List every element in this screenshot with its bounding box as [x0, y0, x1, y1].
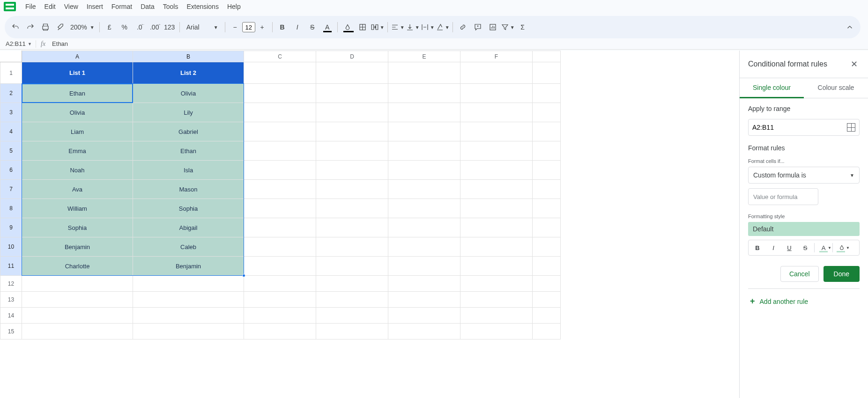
cell-D5[interactable] — [316, 141, 388, 161]
insert-chart-button[interactable] — [486, 20, 500, 34]
row-header-6[interactable]: 6 — [0, 161, 22, 180]
font-family-dropdown[interactable]: Arial▼ — [183, 20, 222, 34]
menu-data[interactable]: Data — [137, 1, 158, 12]
cell-G13[interactable] — [533, 292, 561, 308]
cell-D9[interactable] — [316, 218, 388, 237]
cell-F12[interactable] — [460, 276, 533, 292]
style-bold-button[interactable]: B — [749, 241, 765, 254]
cell-E10[interactable] — [388, 237, 460, 257]
cell-E9[interactable] — [388, 218, 460, 237]
cell-G2[interactable] — [533, 84, 561, 103]
cell-C11[interactable] — [244, 257, 316, 276]
cell-D3[interactable] — [316, 103, 388, 122]
cell-F7[interactable] — [460, 180, 533, 199]
insert-link-button[interactable] — [456, 20, 470, 34]
menu-file[interactable]: File — [22, 1, 40, 12]
row-header-4[interactable]: 4 — [0, 122, 22, 141]
fill-color-button[interactable] — [341, 20, 355, 34]
cell-D10[interactable] — [316, 237, 388, 257]
cell-B6[interactable]: Isla — [133, 161, 244, 180]
cell-A4[interactable]: Liam — [22, 122, 133, 141]
style-text-color-button[interactable]: A▼ — [816, 241, 831, 254]
cell-G12[interactable] — [533, 276, 561, 292]
cell-A15[interactable] — [22, 324, 133, 339]
cell-C7[interactable] — [244, 180, 316, 199]
italic-button[interactable]: I — [290, 20, 304, 34]
cell-D12[interactable] — [316, 276, 388, 292]
cell-E5[interactable] — [388, 141, 460, 161]
more-formats-button[interactable]: 123 — [163, 20, 177, 34]
cell-D8[interactable] — [316, 199, 388, 218]
decrease-decimal-button[interactable]: .0← — [133, 20, 147, 34]
row-header-11[interactable]: 11 — [0, 257, 22, 276]
cell-G3[interactable] — [533, 103, 561, 122]
paint-format-button[interactable] — [53, 20, 67, 34]
style-underline-button[interactable]: U — [781, 241, 797, 254]
cell-A8[interactable]: William — [22, 199, 133, 218]
cell-F13[interactable] — [460, 292, 533, 308]
cell-C3[interactable] — [244, 103, 316, 122]
select-all-cell[interactable] — [0, 51, 22, 62]
percent-button[interactable]: % — [118, 20, 132, 34]
cell-C12[interactable] — [244, 276, 316, 292]
cell-G7[interactable] — [533, 180, 561, 199]
cell-G14[interactable] — [533, 308, 561, 324]
bold-button[interactable]: B — [275, 20, 289, 34]
cell-D1[interactable] — [316, 62, 388, 84]
print-button[interactable] — [38, 20, 52, 34]
cell-A1[interactable]: List 1 — [22, 62, 133, 84]
cell-C9[interactable] — [244, 218, 316, 237]
cell-C13[interactable] — [244, 292, 316, 308]
redo-button[interactable] — [23, 20, 37, 34]
column-header-D[interactable]: D — [316, 51, 388, 62]
cell-G5[interactable] — [533, 141, 561, 161]
row-header-2[interactable]: 2 — [0, 84, 22, 103]
cell-E4[interactable] — [388, 122, 460, 141]
cell-C15[interactable] — [244, 324, 316, 339]
undo-button[interactable] — [8, 20, 22, 34]
cell-E13[interactable] — [388, 292, 460, 308]
zoom-dropdown[interactable]: 200%▼ — [68, 20, 96, 34]
cell-G1[interactable] — [533, 62, 561, 84]
cell-B1[interactable]: List 2 — [133, 62, 244, 84]
menu-extensions[interactable]: Extensions — [183, 1, 222, 12]
borders-button[interactable] — [356, 20, 370, 34]
row-header-10[interactable]: 10 — [0, 237, 22, 257]
cell-B12[interactable] — [133, 276, 244, 292]
cell-F4[interactable] — [460, 122, 533, 141]
cell-E12[interactable] — [388, 276, 460, 292]
functions-button[interactable]: Σ — [516, 20, 530, 34]
cell-C8[interactable] — [244, 199, 316, 218]
name-box[interactable]: A2:B11 ▼ — [2, 40, 36, 47]
cell-A2[interactable]: Ethan — [22, 84, 133, 103]
cell-F3[interactable] — [460, 103, 533, 122]
cell-F9[interactable] — [460, 218, 533, 237]
column-header-B[interactable]: B — [133, 51, 244, 62]
cell-A13[interactable] — [22, 292, 133, 308]
cell-B4[interactable]: Gabriel — [133, 122, 244, 141]
cell-B13[interactable] — [133, 292, 244, 308]
text-wrap-button[interactable]: ▼ — [421, 20, 435, 34]
column-header-E[interactable]: E — [388, 51, 460, 62]
style-preview[interactable]: Default — [748, 222, 860, 236]
cell-E3[interactable] — [388, 103, 460, 122]
cell-A14[interactable] — [22, 308, 133, 324]
increase-decimal-button[interactable]: .00→ — [148, 20, 162, 34]
cell-F14[interactable] — [460, 308, 533, 324]
cell-F5[interactable] — [460, 141, 533, 161]
font-size-input[interactable] — [242, 22, 255, 32]
cell-A3[interactable]: Olivia — [22, 103, 133, 122]
cell-C10[interactable] — [244, 237, 316, 257]
spreadsheet-grid[interactable]: ABCDEF1List 1List 22EthanOlivia3OliviaLi… — [0, 51, 739, 398]
cell-B3[interactable]: Lily — [133, 103, 244, 122]
column-header-A[interactable]: A — [22, 51, 133, 62]
cell-D14[interactable] — [316, 308, 388, 324]
formula-input[interactable]: Ethan — [50, 40, 68, 47]
row-header-14[interactable]: 14 — [0, 308, 22, 324]
menu-insert[interactable]: Insert — [83, 1, 107, 12]
cell-G4[interactable] — [533, 122, 561, 141]
cell-F10[interactable] — [460, 237, 533, 257]
style-strikethrough-button[interactable]: S — [797, 241, 813, 254]
cell-B2[interactable]: Olivia — [133, 84, 244, 103]
cell-G15[interactable] — [533, 324, 561, 339]
